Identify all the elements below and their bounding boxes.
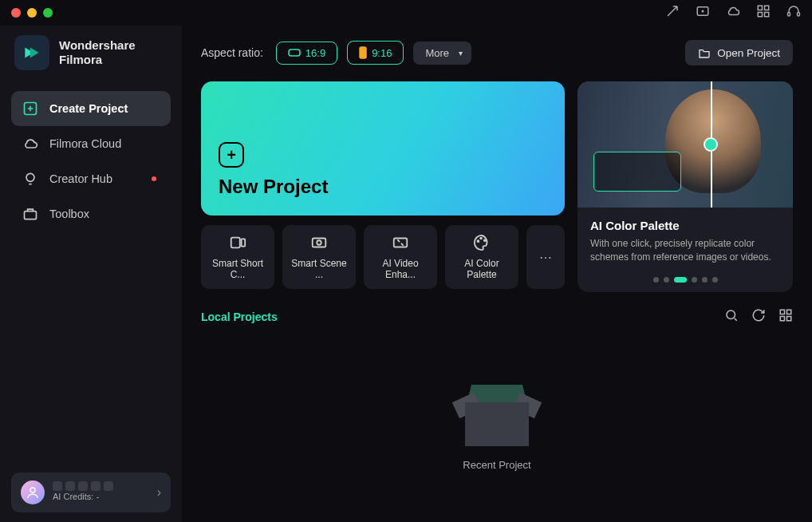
recent-project-label: Recent Project (463, 459, 530, 471)
svg-rect-18 (394, 239, 408, 247)
titlebar (0, 0, 812, 26)
close-window-button[interactable] (11, 8, 21, 18)
svg-rect-12 (289, 49, 300, 56)
tool-label: AI Color Palette (450, 258, 514, 280)
svg-point-20 (480, 238, 482, 239)
titlebar-actions (665, 4, 801, 22)
brand-line1: Wondershare (59, 38, 136, 53)
new-project-card[interactable]: + New Project (201, 81, 565, 216)
svg-rect-5 (765, 13, 769, 17)
svg-point-17 (317, 240, 321, 245)
empty-state: Recent Project (201, 332, 793, 522)
svg-rect-25 (780, 316, 784, 320)
svg-point-19 (478, 240, 479, 242)
toolbox-icon (22, 206, 38, 222)
sidebar-item-filmora-cloud[interactable]: Filmora Cloud (11, 126, 171, 161)
svg-point-11 (30, 488, 35, 492)
tool-ai-color-palette[interactable]: AI Color Palette (445, 225, 518, 289)
maximize-window-button[interactable] (43, 8, 53, 18)
svg-point-9 (26, 173, 34, 181)
cloud-icon[interactable] (726, 4, 740, 22)
feature-preview (577, 81, 793, 208)
tools-row: Smart Short C... Smart Scene ... AI Vide… (201, 225, 565, 289)
aspect-more-button[interactable]: More ▾ (413, 42, 471, 65)
empty-box-icon (461, 382, 533, 446)
tool-smart-scene[interactable]: Smart Scene ... (282, 225, 356, 289)
tool-label: Smart Short C... (206, 258, 270, 280)
aspect-9-16-button[interactable]: 9:16 (347, 41, 404, 65)
tool-label: Smart Scene ... (287, 258, 351, 280)
tool-smart-short[interactable]: Smart Short C... (201, 225, 274, 289)
plus-square-icon (22, 101, 38, 117)
svg-rect-4 (758, 13, 762, 17)
svg-rect-7 (798, 13, 800, 17)
sidebar: Wondershare Filmora Create Project Filmo… (0, 26, 182, 522)
chevron-down-icon: ▾ (459, 49, 463, 57)
user-card[interactable]: AI Credits: - › (11, 473, 171, 512)
notification-icon[interactable] (665, 4, 680, 22)
local-projects-header: Local Projects (201, 308, 793, 326)
svg-rect-16 (313, 239, 326, 247)
open-project-button[interactable]: Open Project (685, 40, 793, 65)
logo: Wondershare Filmora (11, 35, 171, 70)
tool-label: AI Video Enha... (369, 258, 432, 280)
apps-icon[interactable] (756, 4, 771, 22)
svg-rect-10 (25, 212, 37, 219)
ellipsis-icon: ⋯ (539, 250, 552, 265)
aspect-16-9-button[interactable]: 16:9 (276, 42, 337, 65)
notification-dot (152, 176, 156, 181)
feature-desc: With one click, precisely replicate colo… (590, 237, 780, 264)
sidebar-item-label: Creator Hub (49, 172, 112, 185)
refresh-icon[interactable] (751, 308, 766, 326)
svg-rect-26 (787, 316, 791, 320)
plus-icon: + (219, 142, 244, 168)
tools-more-button[interactable]: ⋯ (526, 225, 565, 289)
feature-card[interactable]: AI Color Palette With one click, precise… (577, 81, 793, 292)
sidebar-item-label: Filmora Cloud (49, 137, 121, 150)
svg-point-1 (702, 10, 704, 12)
logo-text: Wondershare Filmora (59, 38, 136, 67)
sidebar-item-label: Create Project (49, 102, 128, 115)
aspect-ratio-label: Aspect ratio: (201, 46, 263, 59)
more-label: More (425, 47, 449, 59)
cloud-icon (22, 136, 38, 152)
ai-credits-label: AI Credits: - (53, 491, 149, 503)
svg-rect-2 (758, 6, 762, 10)
support-icon[interactable] (786, 4, 801, 22)
user-badges (53, 481, 149, 491)
grid-view-icon[interactable] (778, 308, 793, 326)
new-project-label: New Project (219, 176, 547, 198)
tool-ai-video-enhance[interactable]: AI Video Enha... (364, 225, 437, 289)
main-content: Aspect ratio: 16:9 9:16 More ▾ Open Proj… (182, 26, 812, 522)
sidebar-item-label: Toolbox (49, 208, 89, 220)
svg-rect-14 (231, 238, 240, 248)
svg-point-21 (484, 239, 486, 241)
brand-line2: Filmora (59, 53, 136, 67)
svg-rect-23 (780, 310, 784, 314)
open-project-label: Open Project (717, 47, 780, 59)
svg-rect-15 (242, 239, 246, 246)
svg-rect-3 (765, 6, 769, 10)
sidebar-item-creator-hub[interactable]: Creator Hub (11, 161, 171, 196)
minimize-window-button[interactable] (27, 8, 37, 18)
search-icon[interactable] (724, 308, 739, 326)
aspect-ratio-row: Aspect ratio: 16:9 9:16 More ▾ Open Proj… (201, 40, 793, 65)
carousel-dots[interactable] (577, 274, 793, 292)
bulb-icon (22, 171, 38, 187)
sidebar-item-create-project[interactable]: Create Project (11, 91, 171, 126)
avatar (21, 480, 45, 504)
chevron-right-icon: › (157, 485, 161, 500)
local-projects-label: Local Projects (201, 310, 278, 323)
logo-icon (14, 35, 49, 70)
svg-point-22 (727, 310, 735, 319)
user-meta: AI Credits: - (53, 481, 149, 503)
aspect-9-16-label: 9:16 (372, 47, 392, 59)
svg-rect-13 (360, 47, 366, 58)
message-icon[interactable] (696, 4, 710, 22)
svg-rect-24 (787, 310, 791, 314)
sidebar-item-toolbox[interactable]: Toolbox (11, 196, 171, 231)
feature-title: AI Color Palette (590, 219, 780, 232)
aspect-16-9-label: 16:9 (305, 47, 325, 59)
svg-rect-6 (788, 13, 790, 17)
window-controls (11, 8, 53, 18)
